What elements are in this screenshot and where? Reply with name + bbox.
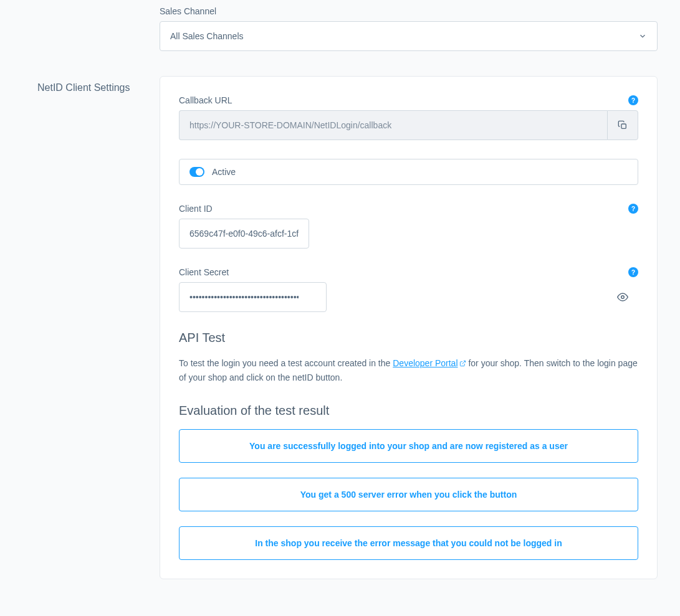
client-secret-label: Client Secret: [179, 267, 229, 277]
sales-channel-select[interactable]: All Sales Channels: [160, 21, 658, 51]
svg-rect-0: [621, 124, 626, 128]
svg-line-2: [462, 361, 465, 364]
developer-portal-link[interactable]: Developer Portal: [393, 358, 466, 368]
active-toggle-row: Active: [179, 159, 638, 185]
api-test-description: To test the login you need a test accoun…: [179, 356, 638, 385]
svg-point-1: [621, 296, 625, 299]
api-test-heading: API Test: [179, 331, 638, 345]
client-secret-input[interactable]: [179, 282, 327, 312]
active-toggle[interactable]: [189, 167, 204, 177]
settings-card: Callback URL ? Active: [160, 76, 658, 579]
sales-channel-label: Sales Channel: [160, 6, 658, 16]
chevron-down-icon: [638, 32, 647, 40]
external-link-icon: [459, 359, 466, 369]
result-option-500[interactable]: You get a 500 server error when you clic…: [179, 478, 638, 511]
reveal-secret-button[interactable]: [613, 288, 632, 306]
result-option-login-error[interactable]: In the shop you receive the error messag…: [179, 526, 638, 560]
evaluation-heading: Evaluation of the test result: [179, 404, 638, 418]
sales-channel-value: All Sales Channels: [170, 31, 244, 41]
help-icon[interactable]: ?: [628, 204, 638, 214]
result-option-success[interactable]: You are successfully logged into your sh…: [179, 429, 638, 463]
client-id-input[interactable]: [179, 219, 309, 249]
copy-button[interactable]: [607, 110, 638, 140]
callback-url-input[interactable]: [179, 110, 607, 140]
copy-icon: [618, 120, 628, 130]
client-id-label: Client ID: [179, 204, 213, 214]
callback-url-label: Callback URL: [179, 95, 232, 105]
help-icon[interactable]: ?: [628, 267, 638, 277]
help-icon[interactable]: ?: [628, 95, 638, 105]
active-toggle-label: Active: [212, 167, 236, 177]
section-title: NetID Client Settings: [37, 82, 135, 93]
eye-icon: [617, 291, 628, 303]
